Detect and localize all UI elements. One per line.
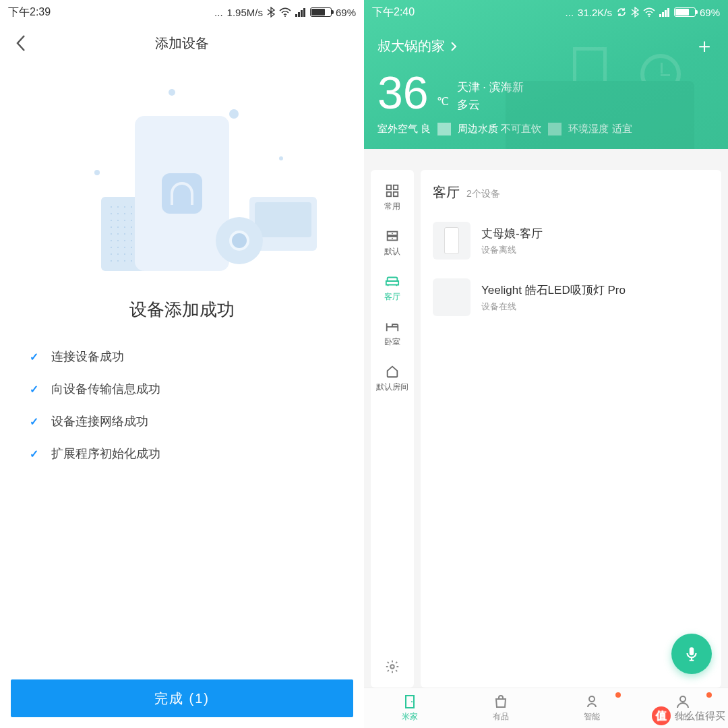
svg-rect-10 bbox=[387, 185, 391, 189]
step-item: ✓ 扩展程序初始化成功 bbox=[27, 446, 337, 462]
status-bar: 下午2:39 ... 1.95M/s 69% bbox=[0, 0, 364, 24]
svg-rect-8 bbox=[665, 10, 667, 17]
svg-point-0 bbox=[284, 16, 286, 17]
status-time: 下午2:40 bbox=[372, 5, 415, 20]
nav-default[interactable]: 默认 bbox=[371, 223, 414, 263]
net-speed: 31.2K/s bbox=[578, 7, 612, 18]
right-screen: 下午2:40 ... 31.2K/s 69% 叔大锅的家 bbox=[364, 0, 728, 728]
step-list: ✓ 连接设备成功 ✓ 向设备传输信息成功 ✓ 设备连接网络成功 ✓ 扩展程序初始… bbox=[0, 348, 364, 462]
svg-rect-1 bbox=[295, 14, 297, 17]
status-time: 下午2:39 bbox=[8, 5, 51, 20]
check-icon: ✓ bbox=[27, 382, 40, 396]
nav-bedroom[interactable]: 卧室 bbox=[371, 313, 414, 353]
home-header: 下午2:40 ... 31.2K/s 69% 叔大锅的家 bbox=[364, 0, 728, 149]
svg-rect-2 bbox=[298, 12, 300, 17]
status-icons: ... 1.95M/s 69% bbox=[214, 7, 356, 18]
wifi-icon bbox=[643, 7, 655, 17]
gear-icon bbox=[385, 659, 400, 674]
signal-icon bbox=[659, 7, 670, 17]
svg-rect-4 bbox=[303, 8, 305, 17]
svg-rect-19 bbox=[690, 647, 694, 655]
device-item[interactable]: Yeelight 皓石LED吸顶灯 Pro 设备在线 bbox=[433, 269, 709, 326]
svg-point-17 bbox=[392, 238, 393, 239]
svg-rect-20 bbox=[406, 696, 414, 708]
svg-rect-7 bbox=[662, 12, 664, 17]
tab-youpin[interactable]: 有品 bbox=[455, 688, 546, 728]
svg-point-21 bbox=[411, 701, 413, 702]
wifi-icon bbox=[279, 7, 291, 17]
room-nav: 常用 默认 客厅 卧室 默认房间 bbox=[371, 170, 414, 688]
back-button[interactable] bbox=[11, 33, 31, 53]
device-thumb bbox=[433, 278, 471, 316]
svg-rect-3 bbox=[301, 10, 303, 17]
tab-mihome[interactable]: 米家 bbox=[364, 688, 455, 728]
nav-settings[interactable] bbox=[371, 654, 414, 679]
chip-icon bbox=[584, 694, 600, 710]
temperature: 36 bbox=[377, 72, 429, 113]
bluetooth-icon bbox=[631, 7, 639, 18]
svg-rect-12 bbox=[387, 192, 391, 196]
svg-rect-13 bbox=[394, 192, 398, 196]
net-speed: 1.95M/s bbox=[227, 7, 263, 18]
status-bar: 下午2:40 ... 31.2K/s 69% bbox=[364, 0, 728, 24]
house-icon bbox=[385, 364, 400, 379]
sofa-icon bbox=[385, 274, 400, 289]
device-name: Yeelight 皓石LED吸顶灯 Pro bbox=[481, 282, 626, 298]
temp-unit: ℃ bbox=[437, 95, 449, 108]
nav-livingroom[interactable]: 客厅 bbox=[371, 268, 414, 308]
svg-rect-6 bbox=[659, 14, 661, 17]
step-item: ✓ 向设备传输信息成功 bbox=[27, 381, 337, 397]
device-count: 2个设备 bbox=[466, 188, 500, 200]
watermark: 值 什么值得买 bbox=[652, 706, 725, 725]
bed-icon bbox=[385, 319, 400, 334]
voice-fab[interactable] bbox=[671, 634, 712, 674]
notification-dot bbox=[615, 692, 621, 698]
success-title: 设备添加成功 bbox=[0, 298, 364, 322]
drawer-icon bbox=[385, 229, 400, 243]
room-title: 客厅 bbox=[433, 183, 460, 202]
battery-pct: 69% bbox=[336, 7, 356, 18]
signal-icon bbox=[295, 7, 306, 17]
device-illustration bbox=[74, 89, 290, 278]
svg-rect-9 bbox=[667, 8, 669, 17]
watermark-badge: 值 bbox=[652, 706, 671, 725]
mic-icon bbox=[683, 645, 700, 663]
device-item[interactable]: 丈母娘-客厅 设备离线 bbox=[433, 212, 709, 269]
device-name: 丈母娘-客厅 bbox=[481, 226, 543, 241]
home-body: 常用 默认 客厅 卧室 默认房间 客厅 bbox=[364, 170, 728, 688]
device-status: 设备在线 bbox=[481, 301, 626, 313]
status-icons: ... 31.2K/s 69% bbox=[566, 7, 720, 18]
svg-point-5 bbox=[648, 16, 650, 17]
tab-smart[interactable]: 智能 bbox=[546, 688, 637, 728]
svg-point-18 bbox=[390, 665, 394, 669]
check-icon: ✓ bbox=[27, 350, 40, 363]
svg-point-23 bbox=[680, 696, 686, 702]
nav-defaultroom[interactable]: 默认房间 bbox=[371, 359, 414, 398]
door-icon bbox=[402, 694, 418, 710]
battery-icon bbox=[310, 7, 332, 17]
svg-point-22 bbox=[589, 696, 595, 702]
svg-point-16 bbox=[392, 233, 393, 234]
notification-dot bbox=[706, 692, 712, 698]
title-bar: 添加设备 bbox=[0, 24, 364, 62]
battery-icon bbox=[674, 7, 696, 17]
chevron-right-icon bbox=[450, 41, 457, 52]
page-title: 添加设备 bbox=[155, 34, 209, 53]
sync-icon bbox=[616, 7, 627, 18]
nav-frequent[interactable]: 常用 bbox=[371, 178, 414, 218]
device-status: 设备离线 bbox=[481, 244, 543, 256]
complete-button[interactable]: 完成 (1) bbox=[11, 679, 353, 717]
check-icon: ✓ bbox=[27, 447, 40, 460]
svg-rect-11 bbox=[394, 185, 398, 189]
device-thumb bbox=[433, 222, 471, 260]
home-selector[interactable]: 叔大锅的家 bbox=[377, 37, 457, 55]
step-item: ✓ 连接设备成功 bbox=[27, 348, 337, 365]
header-decoration bbox=[479, 40, 721, 149]
bag-icon bbox=[493, 694, 509, 710]
check-icon: ✓ bbox=[27, 415, 40, 428]
bluetooth-icon bbox=[267, 7, 275, 18]
battery-pct: 69% bbox=[700, 7, 720, 18]
grid-icon bbox=[385, 183, 400, 198]
step-item: ✓ 设备连接网络成功 bbox=[27, 413, 337, 429]
device-panel: 客厅 2个设备 丈母娘-客厅 设备离线 Yeelight 皓石LED吸顶灯 Pr… bbox=[421, 170, 721, 688]
